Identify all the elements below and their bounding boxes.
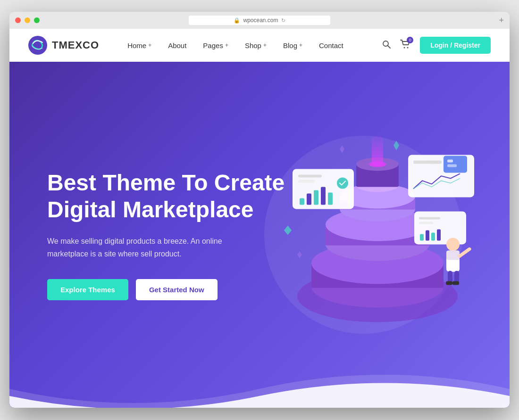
hero-content: Best Theme To Create Digital Marketplace… (47, 169, 285, 301)
svg-marker-51 (393, 140, 399, 150)
svg-rect-19 (372, 136, 383, 166)
svg-rect-39 (420, 234, 424, 240)
website-content: TMEXCO Home + About Pages + Shop + (9, 29, 510, 408)
hero-wave (9, 361, 510, 408)
svg-rect-42 (437, 229, 441, 240)
nav-pages[interactable]: Pages + (203, 41, 228, 49)
svg-rect-23 (300, 198, 304, 205)
new-tab-button[interactable]: + (499, 16, 504, 25)
search-button[interactable] (382, 40, 391, 51)
login-register-button[interactable]: Login / Register (420, 37, 491, 54)
cart-button[interactable]: 0 (400, 40, 410, 51)
svg-point-0 (28, 36, 47, 55)
svg-rect-45 (446, 250, 460, 260)
svg-marker-29 (284, 225, 292, 235)
blog-plus-icon: + (299, 42, 302, 49)
svg-point-1 (383, 41, 388, 46)
nav-menu: Home + About Pages + Shop + Blog + (127, 41, 382, 49)
svg-rect-49 (446, 281, 452, 285)
get-started-button[interactable]: Get Started Now (136, 279, 218, 300)
svg-rect-21 (298, 174, 322, 177)
maximize-button[interactable] (34, 17, 40, 23)
nav-blog[interactable]: Blog + (283, 41, 302, 49)
svg-line-2 (388, 46, 390, 48)
hero-section: Best Theme To Create Digital Marketplace… (9, 62, 510, 408)
minimize-button[interactable] (25, 17, 30, 23)
pages-plus-icon: + (225, 42, 228, 49)
svg-rect-25 (314, 190, 318, 205)
svg-rect-47 (448, 271, 452, 282)
navbar: TMEXCO Home + About Pages + Shop + (9, 29, 510, 62)
svg-rect-24 (307, 193, 311, 205)
nav-about[interactable]: About (168, 41, 186, 49)
svg-rect-22 (298, 180, 315, 182)
hero-buttons: Explore Themes Get Started Now (47, 279, 285, 300)
svg-rect-41 (431, 232, 435, 240)
hero-illustration (264, 117, 491, 343)
svg-point-43 (446, 238, 460, 251)
svg-rect-34 (447, 159, 453, 162)
nav-shop[interactable]: Shop + (245, 41, 267, 49)
browser-window: 🔒 wpocean.com ↻ + TMEXCO Home (9, 12, 510, 408)
svg-line-46 (460, 249, 469, 256)
shop-plus-icon: + (263, 42, 267, 49)
close-button[interactable] (15, 17, 21, 23)
lock-icon: 🔒 (234, 17, 240, 24)
svg-rect-48 (454, 271, 459, 282)
logo-text: TMEXCO (52, 39, 99, 51)
svg-rect-26 (321, 187, 326, 205)
svg-rect-50 (452, 281, 459, 285)
refresh-icon: ↻ (281, 17, 285, 24)
svg-point-4 (407, 47, 409, 48)
svg-point-28 (337, 177, 348, 189)
svg-rect-35 (447, 164, 457, 167)
svg-point-3 (404, 47, 405, 48)
navbar-actions: 0 Login / Register (382, 37, 491, 54)
svg-rect-37 (419, 217, 440, 219)
explore-themes-button[interactable]: Explore Themes (47, 279, 128, 300)
svg-rect-32 (413, 160, 442, 164)
title-bar: 🔒 wpocean.com ↻ + (9, 12, 510, 29)
svg-rect-27 (328, 192, 333, 205)
hero-title: Best Theme To Create Digital Marketplace (47, 169, 285, 223)
url-text: wpocean.com (243, 17, 278, 24)
logo-icon (28, 36, 47, 55)
svg-marker-52 (340, 145, 344, 153)
svg-marker-30 (297, 251, 302, 258)
cart-count: 0 (407, 37, 413, 43)
nav-contact[interactable]: Contact (319, 41, 343, 49)
url-bar[interactable]: 🔒 wpocean.com ↻ (189, 16, 330, 25)
svg-rect-38 (419, 222, 433, 224)
home-plus-icon: + (148, 42, 151, 49)
nav-home[interactable]: Home + (127, 41, 151, 49)
logo[interactable]: TMEXCO (28, 36, 99, 55)
svg-rect-40 (426, 230, 429, 240)
hero-subtitle: We make selling digital products a breez… (47, 235, 226, 260)
